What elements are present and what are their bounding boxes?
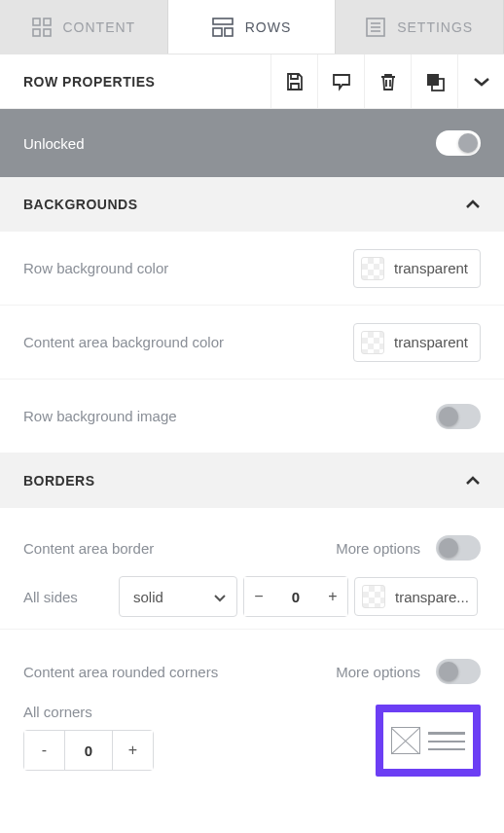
- delete-button[interactable]: [364, 54, 411, 109]
- content-bg-color-label: Content area background color: [23, 334, 353, 350]
- color-value: transparent: [394, 260, 468, 276]
- svg-rect-6: [225, 28, 233, 36]
- border-more-options-toggle[interactable]: [436, 535, 481, 561]
- color-value: transparent: [394, 334, 468, 350]
- panel-header: ROW PROPERTIES: [0, 54, 504, 109]
- row-bg-image-label: Row background image: [23, 408, 436, 424]
- settings-list-icon: [366, 18, 385, 37]
- tab-label: CONTENT: [63, 19, 136, 35]
- tab-label: ROWS: [245, 19, 292, 35]
- save-button[interactable]: [270, 54, 317, 109]
- rounded-corners-label: Content area rounded corners: [23, 664, 326, 680]
- transparent-swatch-icon: [361, 331, 384, 354]
- chevron-up-icon: [465, 473, 481, 489]
- text-lines-icon: [428, 732, 465, 750]
- panel-title: ROW PROPERTIES: [0, 74, 270, 90]
- transparent-swatch-icon: [361, 257, 384, 280]
- all-sides-label: All sides: [23, 589, 113, 605]
- svg-rect-1: [44, 18, 51, 25]
- row-bg-image-row: Row background image: [0, 380, 504, 453]
- svg-rect-3: [44, 29, 51, 36]
- color-value: transpare...: [395, 589, 469, 605]
- decrement-button[interactable]: −: [244, 577, 273, 616]
- svg-rect-0: [33, 18, 40, 25]
- chevron-up-icon: [465, 197, 481, 212]
- section-title: BACKGROUNDS: [23, 197, 138, 212]
- decrement-button[interactable]: -: [24, 731, 65, 770]
- corner-radius-stepper[interactable]: - 0 +: [23, 730, 154, 771]
- border-color-picker[interactable]: transpare...: [354, 577, 478, 616]
- tabs: CONTENT ROWS SETTINGS: [0, 0, 504, 54]
- tab-label: SETTINGS: [397, 19, 473, 35]
- svg-rect-5: [213, 28, 222, 36]
- row-bg-color-picker[interactable]: transparent: [353, 249, 481, 288]
- svg-rect-11: [427, 74, 439, 86]
- corner-radius-value: 0: [65, 742, 112, 759]
- row-bg-color-row: Row background color transparent: [0, 232, 504, 306]
- section-head-borders[interactable]: BORDERS: [0, 453, 504, 508]
- select-value: solid: [133, 589, 163, 605]
- content-bg-color-picker[interactable]: transparent: [353, 323, 481, 362]
- lock-label: Unlocked: [23, 135, 436, 152]
- section-head-backgrounds[interactable]: BACKGROUNDS: [0, 177, 504, 232]
- duplicate-button[interactable]: [411, 54, 457, 109]
- content-border-label: Content area border: [23, 540, 326, 557]
- more-options-label: More options: [336, 664, 420, 680]
- lock-toggle[interactable]: [436, 130, 481, 156]
- row-bg-image-toggle[interactable]: [436, 404, 481, 429]
- row-bg-color-label: Row background color: [23, 260, 353, 276]
- border-width-value: 0: [273, 589, 318, 605]
- image-placeholder-icon: [391, 727, 420, 754]
- more-options-label: More options: [336, 540, 420, 557]
- svg-rect-4: [213, 18, 233, 24]
- content-bg-color-row: Content area background color transparen…: [0, 306, 504, 380]
- section-title: BORDERS: [23, 473, 95, 489]
- border-width-stepper[interactable]: − 0 +: [243, 576, 348, 617]
- increment-button[interactable]: +: [112, 731, 153, 770]
- border-style-select[interactable]: solid: [119, 576, 237, 617]
- tab-content[interactable]: CONTENT: [0, 0, 168, 54]
- svg-rect-2: [33, 29, 40, 36]
- tab-rows[interactable]: ROWS: [168, 0, 337, 54]
- tab-settings[interactable]: SETTINGS: [336, 0, 504, 54]
- grid-icon: [32, 18, 52, 37]
- collapse-button[interactable]: [457, 54, 504, 109]
- chevron-down-icon: [213, 589, 227, 605]
- rows-icon: [212, 18, 234, 37]
- template-thumbnail[interactable]: [376, 705, 481, 777]
- comment-button[interactable]: [317, 54, 364, 109]
- corners-more-options-toggle[interactable]: [436, 659, 481, 684]
- increment-button[interactable]: +: [318, 577, 347, 616]
- lock-row: Unlocked: [0, 109, 504, 177]
- transparent-swatch-icon: [362, 585, 385, 608]
